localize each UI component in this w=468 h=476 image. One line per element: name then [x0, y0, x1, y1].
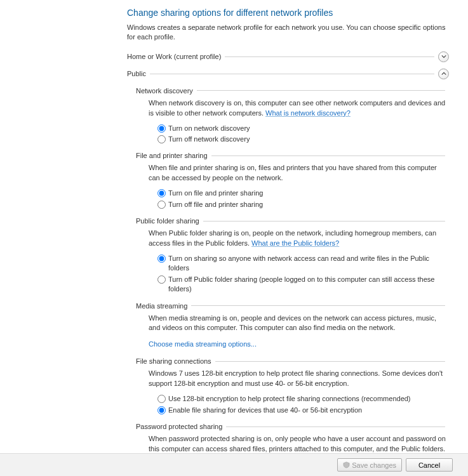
- divider: [211, 155, 445, 156]
- radio-input[interactable]: [157, 135, 166, 143]
- radio-input[interactable]: [157, 124, 166, 133]
- section-title: File sharing connections: [136, 357, 211, 365]
- section-title: Network discovery: [136, 87, 193, 95]
- footer-bar: Save changes Cancel: [0, 453, 468, 476]
- divider: [150, 74, 434, 74]
- section-file-sharing-connections: File sharing connections Windows 7 uses …: [136, 357, 449, 415]
- cancel-button[interactable]: Cancel: [406, 458, 453, 472]
- radio-network-discovery-off[interactable]: Turn off network discovery: [157, 135, 449, 144]
- profile-public-label: Public: [127, 70, 146, 77]
- radio-label: Turn off Public folder sharing (people l…: [168, 275, 449, 294]
- section-public-folder-sharing: Public folder sharing When Public folder…: [136, 217, 449, 294]
- radio-network-discovery-on[interactable]: Turn on network discovery: [157, 124, 449, 133]
- button-label: Cancel: [418, 461, 440, 469]
- chevron-up-icon[interactable]: [438, 69, 449, 79]
- radio-label: Turn on file and printer sharing: [168, 188, 263, 198]
- divider: [191, 305, 445, 306]
- radio-public-folder-on[interactable]: Turn on sharing so anyone with network a…: [157, 254, 449, 274]
- section-network-discovery: Network discovery When network discovery…: [136, 87, 449, 145]
- radio-label: Turn on network discovery: [168, 124, 250, 133]
- divider: [225, 56, 434, 57]
- shield-icon: [343, 461, 350, 468]
- section-desc: When file and printer sharing is on, fil…: [149, 163, 449, 183]
- section-desc: Windows 7 uses 128-bit encryption to hel…: [149, 369, 449, 389]
- divider: [197, 90, 445, 91]
- radio-input[interactable]: [157, 201, 166, 209]
- radio-input[interactable]: [157, 255, 166, 263]
- radio-public-folder-off[interactable]: Turn off Public folder sharing (people l…: [157, 275, 449, 294]
- section-title: Password protected sharing: [136, 423, 222, 430]
- divider: [203, 221, 445, 221]
- radio-label: Turn on sharing so anyone with network a…: [168, 254, 449, 274]
- section-desc: When network discovery is on, this compu…: [149, 98, 449, 119]
- radio-file-printer-off[interactable]: Turn off file and printer sharing: [157, 200, 449, 209]
- divider: [215, 361, 445, 362]
- radio-label: Turn off network discovery: [168, 135, 250, 144]
- button-label: Save changes: [352, 461, 396, 469]
- section-media-streaming: Media streaming When media streaming is …: [136, 302, 449, 350]
- radio-input[interactable]: [157, 189, 166, 197]
- radio-file-printer-on[interactable]: Turn on file and printer sharing: [157, 188, 449, 198]
- radio-input[interactable]: [157, 275, 166, 284]
- page-description: Windows creates a separate network profi…: [127, 23, 449, 43]
- radio-label: Use 128-bit encryption to help protect f…: [168, 394, 411, 404]
- radio-label: Turn off file and printer sharing: [168, 200, 263, 209]
- link-network-discovery[interactable]: What is network discovery?: [265, 109, 351, 117]
- radio-encryption-40-56[interactable]: Enable file sharing for devices that use…: [157, 406, 449, 415]
- section-title: File and printer sharing: [136, 152, 208, 159]
- radio-label: Enable file sharing for devices that use…: [168, 406, 362, 415]
- radio-input[interactable]: [157, 395, 166, 403]
- radio-input[interactable]: [157, 406, 166, 414]
- link-media-streaming-options[interactable]: Choose media streaming options...: [149, 340, 449, 350]
- radio-encryption-128[interactable]: Use 128-bit encryption to help protect f…: [157, 394, 449, 404]
- save-changes-button[interactable]: Save changes: [337, 458, 402, 472]
- section-desc: When Public folder sharing is on, people…: [149, 228, 449, 249]
- chevron-down-icon[interactable]: [438, 51, 449, 62]
- page-title: Change sharing options for different net…: [127, 8, 449, 18]
- section-title: Media streaming: [136, 302, 187, 310]
- profile-home-label: Home or Work (current profile): [127, 53, 221, 60]
- section-file-printer-sharing: File and printer sharing When file and p…: [136, 152, 449, 209]
- profile-public[interactable]: Public: [127, 69, 449, 79]
- link-public-folders[interactable]: What are the Public folders?: [251, 239, 339, 247]
- divider: [226, 426, 445, 427]
- profile-home-work[interactable]: Home or Work (current profile): [127, 51, 449, 62]
- section-title: Public folder sharing: [136, 217, 199, 225]
- section-desc: When media streaming is on, people and d…: [149, 314, 449, 334]
